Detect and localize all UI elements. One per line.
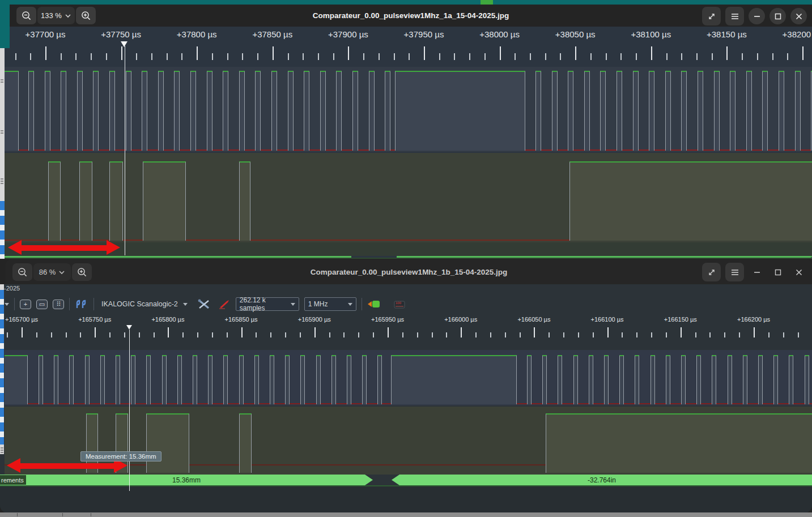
fullscreen-button[interactable]: [702, 7, 721, 25]
signal-pulse: [93, 71, 99, 151]
arrow-shaft: [20, 245, 108, 251]
logic-channel-1[interactable]: [5, 67, 812, 152]
signal-pulse: [223, 71, 228, 151]
logic-channel-2[interactable]: [5, 153, 812, 242]
signal-pulse: [239, 71, 245, 151]
menu-button[interactable]: [725, 263, 744, 281]
signal-pulse: [255, 71, 261, 151]
cursor-line[interactable]: [125, 46, 125, 255]
signal-pulse: [320, 71, 326, 151]
signal-pulse: [746, 71, 752, 151]
signal-pulse: [190, 71, 196, 151]
signal-pulse: [239, 161, 250, 241]
signal-pulse: [131, 355, 135, 404]
signal-pulse: [395, 71, 525, 151]
signal-pulse: [300, 355, 305, 404]
menu-button[interactable]: [725, 7, 744, 25]
below-measurements-area: [0, 485, 812, 513]
signal-pulse: [805, 355, 809, 404]
titlebar[interactable]: 133 % Comparateur_0.00_pulseview1Mhz_1a_…: [10, 5, 812, 27]
signal-pulse: [331, 355, 336, 404]
fullscreen-button[interactable]: [702, 263, 721, 281]
desktop-edge-left: [0, 0, 10, 48]
signal-pulse: [542, 355, 547, 404]
signal-pulse: [558, 355, 562, 404]
close-button[interactable]: [790, 264, 807, 280]
minimize-icon: [754, 15, 760, 18]
signal-pulse: [270, 355, 274, 404]
photo-pulseview-capture-b: -2025 + ▭ ⠿ IKALOGIC Scanalogic-2 262.12…: [0, 284, 812, 513]
signal-pulse: [174, 71, 180, 151]
signal-pulse: [665, 71, 671, 151]
window-title: Comparateur_0.00_pulseview1Mhz_1a_15-04-…: [10, 11, 812, 20]
minimize-button[interactable]: [749, 8, 765, 24]
measurement-value: 15.36mm: [172, 476, 201, 484]
signal-pulse: [304, 71, 309, 151]
signal-pulse: [795, 71, 801, 151]
minimize-button[interactable]: [749, 264, 765, 280]
signal-pulse: [208, 355, 212, 404]
signal-pulse: [568, 71, 573, 151]
minimize-icon: [754, 271, 760, 274]
channel-label-blue: [0, 201, 5, 259]
signal-pulse: [730, 71, 736, 151]
cursor-marker[interactable]: [126, 325, 132, 330]
signal-pulse: [369, 71, 375, 151]
trace-view[interactable]: [0, 27, 812, 259]
signal-pulse: [728, 355, 732, 404]
signal-pulse: [347, 355, 351, 404]
maximize-icon: [775, 269, 781, 276]
signal-pulse: [48, 161, 61, 241]
signal-pulse: [143, 161, 186, 241]
measurement-segment[interactable]: -32.764in: [392, 475, 812, 485]
measurement-tooltip: Measurement: 15.36mm: [80, 451, 161, 462]
logic-channel-1[interactable]: [5, 350, 812, 405]
signal-pulse: [649, 71, 654, 151]
signal-pulse: [288, 71, 294, 151]
signal-pulse: [789, 355, 793, 404]
signal-pulse: [28, 71, 34, 151]
maximize-button[interactable]: [770, 264, 786, 280]
signal-pulse: [239, 413, 252, 473]
image-viewer-window-bottom: 86 % Comparateur_0.00_pulseview1Mhz_1b_1…: [0, 259, 812, 512]
arrow-left-head: [8, 240, 22, 255]
signal-pulse: [193, 355, 197, 404]
image-viewer-window-top: 133 % Comparateur_0.00_pulseview1Mhz_1a_…: [0, 5, 812, 259]
close-button[interactable]: [790, 8, 807, 24]
signal-pulse: [100, 355, 105, 404]
signal-pulse: [5, 355, 28, 404]
signal-pulse: [635, 355, 639, 404]
signal-pulse: [79, 161, 92, 241]
signal-pulse: [714, 71, 720, 151]
arrow-shaft: [19, 463, 115, 469]
measurement-bar-row[interactable]: rements 15.36mm-32.764in: [0, 475, 812, 485]
signal-pulse: [385, 71, 390, 151]
signal-pulse: [146, 413, 189, 473]
signal-pulse: [142, 71, 147, 151]
hamburger-icon: [730, 269, 739, 276]
arrow-right-head: [107, 240, 120, 255]
channel-label-blue: [0, 290, 4, 445]
signal-pulse: [177, 355, 182, 404]
signal-pulse: [158, 71, 164, 151]
signal-pulse: [109, 161, 123, 241]
signal-pulse: [651, 355, 655, 404]
signal-pulse: [39, 355, 43, 404]
signal-pulse: [589, 355, 593, 404]
cursor-line[interactable]: [129, 330, 130, 490]
signal-pulse: [698, 71, 703, 151]
cursor-marker[interactable]: [121, 41, 127, 47]
measurement-segment[interactable]: 15.36mm: [0, 475, 373, 485]
embedded-window-edge: [0, 242, 812, 256]
signal-pulse: [681, 355, 686, 404]
titlebar[interactable]: 86 % Comparateur_0.00_pulseview1Mhz_1b_1…: [6, 259, 812, 284]
maximize-button[interactable]: [770, 8, 786, 24]
signal-pulse: [223, 355, 228, 404]
signal-pulse: [573, 355, 578, 404]
signal-pulse: [743, 355, 747, 404]
signal-pulse: [391, 355, 517, 404]
signal-pulse: [5, 71, 19, 151]
channel-label-strip: [0, 284, 4, 454]
signal-pulse: [762, 71, 768, 151]
channel-label-strip: [0, 48, 5, 259]
